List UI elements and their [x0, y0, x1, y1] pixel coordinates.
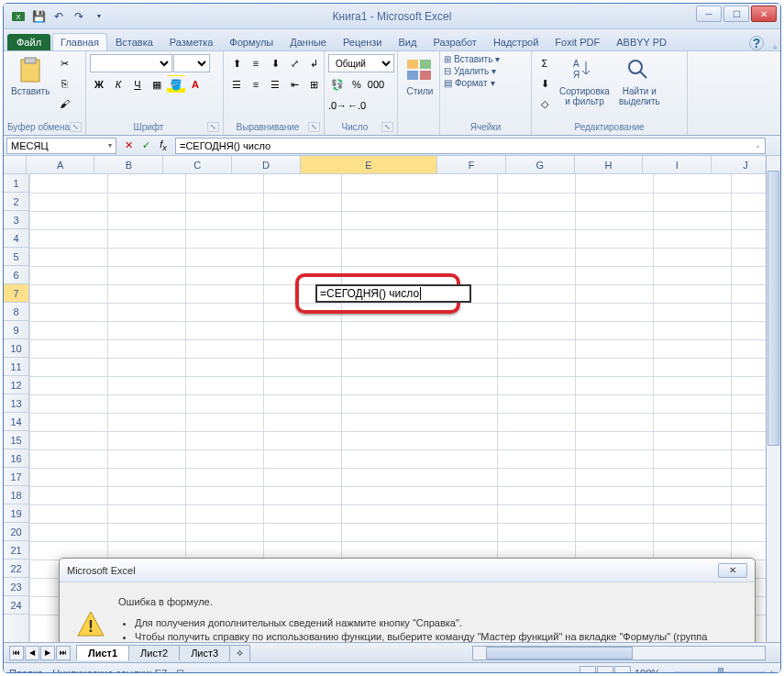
tab-foxit[interactable]: Foxit PDF: [547, 33, 608, 50]
select-all-corner[interactable]: [4, 156, 27, 173]
hscroll-thumb[interactable]: [486, 647, 633, 659]
tab-home[interactable]: Главная: [52, 33, 107, 50]
styles-button[interactable]: Стили: [402, 54, 438, 98]
active-cell-E7[interactable]: =СЕГОДНЯ() число: [315, 284, 471, 303]
percent-icon[interactable]: %: [348, 75, 366, 94]
fx-icon[interactable]: fx: [155, 138, 171, 154]
col-header-F[interactable]: F: [437, 156, 506, 173]
merge-icon[interactable]: ⊞: [304, 75, 323, 94]
enter-formula-icon[interactable]: ✓: [138, 138, 154, 154]
fill-icon[interactable]: ⬇: [536, 74, 554, 93]
save-icon[interactable]: 💾: [29, 7, 48, 26]
zoom-out-icon[interactable]: −: [664, 668, 669, 674]
view-pagebreak-icon[interactable]: [614, 666, 631, 674]
tab-view[interactable]: Вид: [391, 33, 425, 50]
row-header-6[interactable]: 6: [4, 266, 28, 284]
col-header-C[interactable]: C: [163, 156, 232, 173]
worksheet-grid[interactable]: A B C D E F G H I J 12345678910111213141…: [4, 156, 780, 642]
decrease-decimal-icon[interactable]: ←.0: [348, 96, 366, 115]
sort-filter-button[interactable]: AЯ Сортировка и фильтр: [556, 54, 613, 108]
format-painter-icon[interactable]: 🖌: [55, 94, 73, 113]
orientation-icon[interactable]: ⤢: [285, 54, 304, 72]
indent-decrease-icon[interactable]: ⇤: [285, 75, 304, 94]
horizontal-scrollbar[interactable]: [472, 646, 766, 660]
cells-format-button[interactable]: ▤Формат ▾: [444, 78, 495, 88]
border-icon[interactable]: ▦: [148, 75, 166, 94]
row-header-11[interactable]: 11: [4, 358, 28, 376]
redo-icon[interactable]: ↷: [70, 7, 88, 26]
zoom-in-icon[interactable]: +: [769, 668, 775, 674]
row-header-5[interactable]: 5: [4, 248, 28, 266]
tab-abbyy[interactable]: ABBYY PD: [608, 33, 675, 50]
row-header-9[interactable]: 9: [4, 321, 28, 339]
ribbon-collapse-icon[interactable]: ▵: [773, 42, 777, 50]
dialog-titlebar[interactable]: Microsoft Excel ✕: [60, 559, 755, 582]
maximize-button[interactable]: ☐: [723, 6, 749, 22]
name-box[interactable]: МЕСЯЦ▾: [6, 138, 116, 154]
autosum-icon[interactable]: Σ: [536, 54, 554, 72]
col-header-A[interactable]: A: [27, 156, 95, 173]
zoom-slider[interactable]: [674, 671, 766, 674]
row-header-10[interactable]: 10: [4, 339, 28, 358]
tab-formulas[interactable]: Формулы: [221, 33, 282, 50]
copy-icon[interactable]: ⎘: [55, 74, 73, 93]
row-header-24[interactable]: 24: [4, 596, 28, 615]
row-header-13[interactable]: 13: [4, 394, 28, 413]
sheet-nav-first[interactable]: ⏮: [9, 646, 24, 660]
vertical-scrollbar[interactable]: [766, 156, 780, 642]
row-header-7[interactable]: 7: [4, 284, 28, 303]
qat-dropdown-icon[interactable]: ▾: [90, 7, 108, 26]
sheet-nav-next[interactable]: ▶: [40, 646, 55, 660]
col-header-I[interactable]: I: [643, 156, 712, 173]
cells-insert-button[interactable]: ⊞Вставить ▾: [444, 54, 500, 64]
tab-layout[interactable]: Разметка: [161, 33, 222, 50]
row-header-21[interactable]: 21: [4, 541, 28, 560]
row-header-17[interactable]: 17: [4, 468, 28, 486]
paste-button[interactable]: Вставить: [7, 54, 53, 98]
font-launcher[interactable]: ⤡: [207, 122, 219, 132]
row-header-12[interactable]: 12: [4, 376, 28, 394]
cut-icon[interactable]: ✂: [55, 54, 73, 72]
sheet-nav-prev[interactable]: ◀: [25, 646, 39, 660]
row-header-1[interactable]: 1: [4, 174, 28, 193]
fill-color-icon[interactable]: 🪣: [167, 75, 185, 94]
row-header-20[interactable]: 20: [4, 523, 28, 541]
vscroll-thumb[interactable]: [767, 171, 779, 446]
dialog-close-button[interactable]: ✕: [718, 563, 747, 578]
sheet-tab-1[interactable]: Лист1: [76, 645, 129, 660]
align-middle-icon[interactable]: ≡: [247, 54, 265, 72]
row-header-14[interactable]: 14: [4, 413, 28, 431]
clear-icon[interactable]: ◇: [536, 94, 554, 113]
close-button[interactable]: ✕: [751, 6, 777, 22]
excel-icon[interactable]: X: [9, 7, 28, 26]
find-select-button[interactable]: Найти и выделить: [615, 54, 664, 108]
wrap-text-icon[interactable]: ↲: [304, 54, 323, 72]
row-header-2[interactable]: 2: [4, 193, 28, 211]
currency-icon[interactable]: 💱: [328, 75, 347, 94]
alignment-launcher[interactable]: ⤡: [308, 122, 320, 132]
tab-addins[interactable]: Надстрой: [485, 33, 547, 50]
row-header-16[interactable]: 16: [4, 449, 28, 468]
view-normal-icon[interactable]: [580, 666, 596, 674]
row-header-18[interactable]: 18: [4, 486, 28, 504]
file-tab[interactable]: Файл: [7, 34, 50, 50]
cancel-formula-icon[interactable]: ✕: [120, 138, 137, 154]
zoom-thumb[interactable]: [718, 668, 723, 674]
align-right-icon[interactable]: ☰: [266, 75, 284, 94]
row-header-15[interactable]: 15: [4, 431, 28, 449]
col-header-D[interactable]: D: [232, 156, 301, 173]
cells-delete-button[interactable]: ⊟Удалить ▾: [444, 66, 496, 76]
help-icon[interactable]: ?: [749, 36, 764, 50]
clipboard-launcher[interactable]: ⤡: [70, 122, 82, 132]
tab-data[interactable]: Данные: [282, 33, 335, 50]
number-launcher[interactable]: ⤡: [381, 122, 393, 132]
col-header-B[interactable]: B: [94, 156, 163, 173]
row-header-22[interactable]: 22: [4, 560, 28, 578]
row-header-19[interactable]: 19: [4, 504, 28, 523]
row-header-4[interactable]: 4: [4, 229, 28, 248]
font-color-icon[interactable]: A: [186, 75, 204, 94]
col-header-H[interactable]: H: [575, 156, 644, 173]
sheet-tab-3[interactable]: Лист3: [179, 645, 230, 660]
align-bottom-icon[interactable]: ⬇: [266, 54, 284, 72]
align-top-icon[interactable]: ⬆: [227, 54, 246, 72]
